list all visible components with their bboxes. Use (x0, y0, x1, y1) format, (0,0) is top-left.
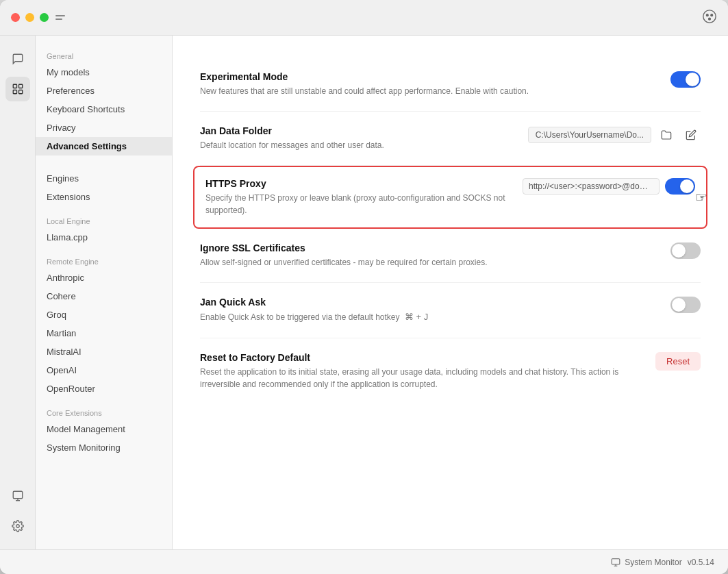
experimental-mode-title: Experimental Mode (200, 71, 657, 82)
svg-point-2 (711, 14, 713, 16)
jan-quick-ask-info: Jan Quick Ask Enable Quick Ask to be tri… (200, 297, 670, 324)
reset-factory-desc: Reset the application to its initial sta… (200, 366, 642, 390)
sidebar-item-engines[interactable]: Engines (36, 169, 172, 188)
svg-rect-6 (13, 90, 16, 94)
sidebar-item-advanced-settings[interactable]: Advanced Settings (36, 137, 172, 155)
minimize-button[interactable] (25, 13, 34, 22)
local-engine-section-label: Local Engine (36, 212, 172, 228)
version-label: v0.5.14 (688, 558, 714, 567)
jan-quick-ask-title: Jan Quick Ask (200, 297, 657, 308)
monitor-icon (611, 558, 620, 567)
content-area: General My models Preferences Keyboard S… (0, 36, 728, 549)
svg-rect-4 (13, 84, 16, 88)
icon-sidebar (0, 36, 36, 549)
engines-section-label (36, 161, 172, 169)
https-proxy-title: HTTPS Proxy (205, 178, 509, 189)
ignore-ssl-title: Ignore SSL Certificates (200, 242, 657, 253)
sidebar-item-llama-cpp[interactable]: Llama.cpp (36, 228, 172, 247)
jan-data-folder-row: Jan Data Folder Default location for mes… (200, 112, 701, 166)
models-icon-button[interactable] (5, 77, 30, 101)
experimental-mode-desc: New features that are still unstable and… (200, 85, 657, 97)
sidebar-item-privacy[interactable]: Privacy (36, 118, 172, 137)
ignore-ssl-row: Ignore SSL Certificates Allow self-signe… (200, 229, 701, 283)
https-proxy-desc: Specify the HTTPS proxy or leave blank (… (205, 192, 509, 216)
reset-factory-info: Reset to Factory Default Reset the appli… (200, 352, 655, 390)
experimental-mode-row: Experimental Mode New features that are … (200, 58, 701, 112)
sidebar-item-openai[interactable]: OpenAI (36, 361, 172, 379)
main-content: Experimental Mode New features that are … (173, 36, 728, 549)
reset-button[interactable]: Reset (655, 352, 701, 371)
experimental-mode-info: Experimental Mode New features that are … (200, 71, 670, 97)
jan-data-folder-title: Jan Data Folder (200, 125, 514, 136)
experimental-mode-toggle-knob (686, 73, 699, 86)
cursor-hand-icon: ☞ (695, 189, 707, 205)
jan-quick-ask-row: Jan Quick Ask Enable Quick Ask to be tri… (200, 283, 701, 338)
folder-path-display: C:\Users\YourUsername\Do... (528, 127, 651, 143)
general-section-label: General (36, 47, 172, 63)
sidebar-item-openrouter[interactable]: OpenRouter (36, 379, 172, 398)
svg-rect-7 (18, 90, 22, 94)
jan-data-folder-control: C:\Users\YourUsername\Do... (528, 125, 701, 145)
chat-icon-button[interactable] (5, 47, 30, 71)
ignore-ssl-info: Ignore SSL Certificates Allow self-signe… (200, 242, 670, 269)
settings-icon-button[interactable] (5, 514, 30, 538)
statusbar-monitor: System Monitor (611, 558, 681, 567)
sidebar-item-system-monitoring[interactable]: System Monitoring (36, 438, 172, 457)
sidebar-item-mistralai[interactable]: MistralAI (36, 342, 172, 361)
svg-point-3 (709, 18, 711, 20)
open-folder-button[interactable] (657, 125, 676, 145)
experimental-mode-control (670, 71, 701, 88)
ignore-ssl-desc: Allow self-signed or unverified certific… (200, 256, 657, 269)
svg-point-1 (706, 14, 708, 16)
titlebar (0, 0, 728, 36)
jan-data-folder-info: Jan Data Folder Default location for mes… (200, 125, 528, 151)
statusbar: System Monitor v0.5.14 (0, 549, 728, 574)
ignore-ssl-toggle[interactable] (670, 242, 701, 259)
core-extensions-section-label: Core Extensions (36, 403, 172, 420)
reset-factory-row: Reset to Factory Default Reset the appli… (200, 338, 701, 404)
sidebar-item-anthropic[interactable]: Anthropic (36, 269, 172, 287)
sidebar-item-martian[interactable]: Martian (36, 324, 172, 342)
app-window: General My models Preferences Keyboard S… (0, 0, 728, 574)
jan-quick-ask-toggle-knob (672, 298, 686, 312)
maximize-button[interactable] (40, 13, 49, 22)
experimental-mode-toggle[interactable] (670, 71, 701, 88)
svg-point-9 (16, 525, 19, 528)
svg-rect-5 (18, 84, 22, 88)
https-proxy-input-display[interactable]: http://<user>:<password>@domain or IP>:<… (523, 178, 660, 195)
hotkey-display: ⌘ + J (405, 312, 428, 322)
system-monitor-label: System Monitor (625, 558, 681, 567)
sidebar-item-keyboard-shortcuts[interactable]: Keyboard Shortcuts (36, 100, 172, 118)
svg-rect-10 (612, 558, 620, 564)
edit-folder-button[interactable] (681, 125, 701, 145)
nav-sidebar: General My models Preferences Keyboard S… (36, 36, 173, 549)
sidebar-toggle-button[interactable] (55, 12, 68, 24)
ignore-ssl-toggle-knob (672, 244, 686, 258)
sidebar-item-model-management[interactable]: Model Management (36, 420, 172, 438)
jan-quick-ask-toggle[interactable] (670, 297, 701, 313)
sidebar-item-preferences[interactable]: Preferences (36, 82, 172, 100)
jan-data-folder-desc: Default location for messages and other … (200, 139, 514, 151)
reset-factory-control: Reset (655, 352, 701, 371)
sidebar-item-extensions[interactable]: Extensions (36, 188, 172, 206)
reset-factory-title: Reset to Factory Default (200, 352, 642, 363)
https-proxy-info: HTTPS Proxy Specify the HTTPS proxy or l… (205, 178, 523, 216)
monitoring-icon-button[interactable] (5, 484, 30, 508)
remote-engine-section-label: Remote Engine (36, 252, 172, 269)
https-proxy-control: http://<user>:<password>@domain or IP>:<… (523, 178, 695, 195)
https-proxy-toggle[interactable] (665, 178, 695, 195)
https-proxy-row: HTTPS Proxy Specify the HTTPS proxy or l… (193, 166, 707, 229)
svg-point-0 (703, 10, 716, 22)
https-proxy-toggle-container: ☞ (665, 178, 695, 195)
close-button[interactable] (11, 13, 20, 22)
https-proxy-toggle-knob (680, 179, 694, 193)
palette-icon (702, 9, 717, 24)
sidebar-item-my-models[interactable]: My models (36, 63, 172, 82)
sidebar-item-groq[interactable]: Groq (36, 305, 172, 324)
ignore-ssl-control (670, 242, 701, 259)
traffic-lights (11, 13, 49, 22)
jan-quick-ask-control (670, 297, 701, 313)
sidebar-item-cohere[interactable]: Cohere (36, 287, 172, 305)
jan-quick-ask-desc: Enable Quick Ask to be triggered via the… (200, 310, 657, 324)
svg-rect-8 (13, 491, 23, 499)
